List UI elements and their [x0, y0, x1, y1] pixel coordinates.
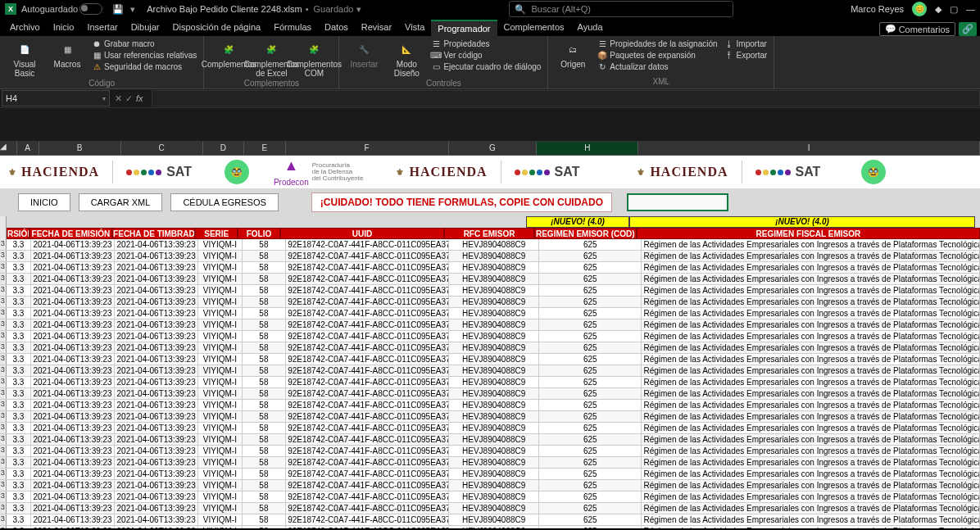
- cell-regimen[interactable]: Régimen de las Actividades Empresariales…: [642, 342, 980, 353]
- cell-regimen-cod[interactable]: 625: [539, 331, 642, 342]
- cell-fecha-timbrado[interactable]: 2021-04-06T13:39:23: [115, 285, 198, 296]
- cell-uuid[interactable]: 92E18742-C0A7-441F-A8CC-011C095EA375: [286, 251, 449, 261]
- cell-fecha-timbrado[interactable]: 2021-04-06T13:39:23: [115, 423, 198, 433]
- cell-folio[interactable]: 58: [243, 514, 287, 525]
- cell-regimen[interactable]: Régimen de las Actividades Empresariales…: [642, 331, 980, 342]
- row-number[interactable]: 3: [0, 514, 7, 525]
- row-number[interactable]: 3: [0, 491, 7, 502]
- col-header-f[interactable]: F: [286, 142, 449, 155]
- row-number[interactable]: 3: [0, 503, 7, 514]
- cell-regimen-cod[interactable]: 625: [539, 491, 642, 502]
- cell-folio[interactable]: 58: [243, 365, 287, 376]
- th-fecha-emision[interactable]: FECHA DE EMISIÓN: [29, 228, 112, 239]
- col-header-b[interactable]: B: [39, 142, 121, 155]
- cell-regimen-cod[interactable]: 625: [539, 434, 642, 445]
- cell-version[interactable]: 3.3: [7, 457, 31, 468]
- cell-serie[interactable]: VIYIQM-I: [198, 469, 243, 479]
- th-serie[interactable]: SERIE: [195, 228, 238, 239]
- cell-fecha-timbrado[interactable]: 2021-04-06T13:39:23: [115, 469, 198, 479]
- tab-revisar[interactable]: Revisar: [355, 20, 398, 36]
- table-row[interactable]: 33.32021-04-06T13:39:232021-04-06T13:39:…: [0, 526, 980, 528]
- cell-folio[interactable]: 58: [243, 285, 287, 296]
- xml-source-button[interactable]: 🗂 Origen: [555, 38, 591, 70]
- cell-rfc[interactable]: HEVJ8904088C9: [449, 319, 539, 330]
- cell-version[interactable]: 3.3: [7, 308, 31, 319]
- cell-regimen[interactable]: Régimen de las Actividades Empresariales…: [642, 503, 980, 514]
- macros-button[interactable]: ▦ Macros: [49, 38, 85, 70]
- cell-regimen-cod[interactable]: 625: [539, 423, 642, 433]
- cell-version[interactable]: 3.3: [7, 342, 31, 353]
- cell-regimen-cod[interactable]: 625: [539, 297, 642, 307]
- cell-rfc[interactable]: HEVJ8904088C9: [449, 411, 539, 422]
- cell-serie[interactable]: VIYIQM-I: [198, 491, 243, 502]
- cell-rfc[interactable]: HEVJ8904088C9: [449, 434, 539, 445]
- cell-fecha-timbrado[interactable]: 2021-04-06T13:39:23: [115, 446, 198, 456]
- cell-regimen-cod[interactable]: 625: [539, 319, 642, 330]
- cell-uuid[interactable]: 92E18742-C0A7-441F-A8CC-011C095EA375: [286, 480, 449, 491]
- cell-uuid[interactable]: 92E18742-C0A7-441F-A8CC-011C095EA375: [286, 274, 449, 284]
- cell-fecha-timbrado[interactable]: 2021-04-06T13:39:23: [115, 514, 198, 525]
- cell-rfc[interactable]: HEVJ8904088C9: [449, 239, 539, 250]
- cell-fecha-timbrado[interactable]: 2021-04-06T13:39:23: [115, 308, 198, 319]
- cell-rfc[interactable]: HEVJ8904088C9: [449, 480, 539, 491]
- cargar-xml-button[interactable]: CARGAR XML: [79, 193, 163, 211]
- cell-fecha-timbrado[interactable]: 2021-04-06T13:39:23: [115, 491, 198, 502]
- cell-folio[interactable]: 58: [243, 526, 287, 528]
- formula-input[interactable]: [152, 90, 980, 106]
- cell-fecha-timbrado[interactable]: 2021-04-06T13:39:23: [115, 503, 198, 514]
- row-number[interactable]: 3: [0, 251, 7, 261]
- cell-fecha-emision[interactable]: 2021-04-06T13:39:23: [31, 503, 115, 514]
- cell-regimen[interactable]: Régimen de las Actividades Empresariales…: [642, 308, 980, 319]
- cell-uuid[interactable]: 92E18742-C0A7-441F-A8CC-011C095EA375: [286, 388, 449, 399]
- cell-folio[interactable]: 58: [243, 297, 287, 307]
- cell-version[interactable]: 3.3: [7, 400, 31, 410]
- cell-fecha-emision[interactable]: 2021-04-06T13:39:23: [31, 319, 115, 330]
- cell-folio[interactable]: 58: [243, 319, 287, 330]
- cell-rfc[interactable]: HEVJ8904088C9: [449, 514, 539, 525]
- cell-fecha-timbrado[interactable]: 2021-04-06T13:39:23: [115, 457, 198, 468]
- cell-uuid[interactable]: 92E18742-C0A7-441F-A8CC-011C095EA375: [286, 354, 449, 365]
- cell-serie[interactable]: VIYIQM-I: [198, 262, 243, 273]
- cell-version[interactable]: 3.3: [7, 239, 31, 250]
- tab-complementos[interactable]: Complementos: [497, 20, 571, 36]
- table-row[interactable]: 33.32021-04-06T13:39:232021-04-06T13:39:…: [0, 388, 980, 400]
- cell-serie[interactable]: VIYIQM-I: [198, 365, 243, 376]
- cell-version[interactable]: 3.3: [7, 285, 31, 296]
- cell-uuid[interactable]: 92E18742-C0A7-441F-A8CC-011C095EA375: [286, 285, 449, 296]
- cell-uuid[interactable]: 92E18742-C0A7-441F-A8CC-011C095EA375: [286, 400, 449, 410]
- excel-addins-button[interactable]: 🧩 Complementos de Excel: [253, 38, 289, 78]
- cancel-fx-icon[interactable]: ✕: [115, 93, 122, 104]
- table-row[interactable]: 33.32021-04-06T13:39:232021-04-06T13:39:…: [0, 239, 980, 251]
- row-number[interactable]: 3: [0, 308, 7, 319]
- cell-fecha-emision[interactable]: 2021-04-06T13:39:23: [31, 251, 115, 261]
- cell-folio[interactable]: 58: [243, 434, 287, 445]
- cell-regimen[interactable]: Régimen de las Actividades Empresariales…: [642, 377, 980, 387]
- cell-folio[interactable]: 58: [243, 400, 287, 410]
- cell-regimen-cod[interactable]: 625: [539, 469, 642, 479]
- col-header-c[interactable]: C: [121, 142, 203, 155]
- cell-regimen[interactable]: Régimen de las Actividades Empresariales…: [642, 514, 980, 525]
- tab-insertar[interactable]: Insertar: [80, 20, 124, 36]
- th-uuid[interactable]: UUID: [280, 228, 445, 239]
- cell-serie[interactable]: VIYIQM-I: [198, 388, 243, 399]
- toggle-off-icon[interactable]: [79, 3, 102, 15]
- table-row[interactable]: 33.32021-04-06T13:39:232021-04-06T13:39:…: [0, 331, 980, 342]
- save-icon[interactable]: 💾: [112, 3, 124, 15]
- dropdown-icon[interactable]: ▾: [127, 3, 138, 15]
- row-number[interactable]: 3: [0, 354, 7, 365]
- confirm-fx-icon[interactable]: ✓: [125, 93, 133, 104]
- table-row[interactable]: 33.32021-04-06T13:39:232021-04-06T13:39:…: [0, 514, 980, 526]
- cell-serie[interactable]: VIYIQM-I: [198, 457, 243, 468]
- cell-folio[interactable]: 58: [243, 377, 287, 387]
- cell-version[interactable]: 3.3: [7, 411, 31, 422]
- cell-fecha-emision[interactable]: 2021-04-06T13:39:23: [31, 469, 115, 479]
- cell-version[interactable]: 3.3: [7, 319, 31, 330]
- cell-rfc[interactable]: HEVJ8904088C9: [449, 469, 539, 479]
- th-fecha-timbrado[interactable]: FECHA DE TIMBRADO: [112, 228, 195, 239]
- cell-serie[interactable]: VIYIQM-I: [198, 251, 243, 261]
- table-row[interactable]: 33.32021-04-06T13:39:232021-04-06T13:39:…: [0, 446, 980, 457]
- cell-serie[interactable]: VIYIQM-I: [198, 377, 243, 387]
- cell-uuid[interactable]: 92E18742-C0A7-441F-A8CC-011C095EA375: [286, 446, 449, 456]
- row-number[interactable]: 3: [0, 274, 7, 284]
- formula-bar-expanded[interactable]: [0, 108, 980, 142]
